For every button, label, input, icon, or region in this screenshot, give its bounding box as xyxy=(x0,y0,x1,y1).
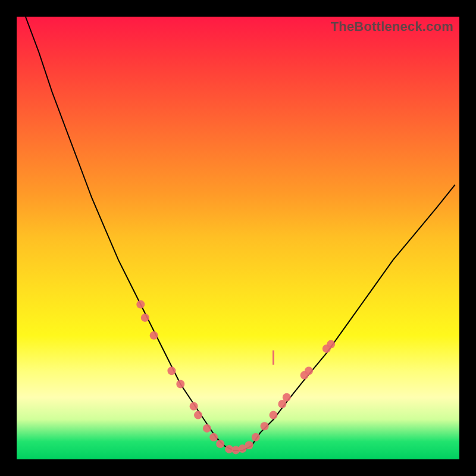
highlight-dot xyxy=(203,424,211,433)
highlight-dot xyxy=(283,393,291,402)
highlight-dot xyxy=(216,440,224,448)
marker-layer xyxy=(136,300,335,455)
highlight-dot xyxy=(209,433,218,441)
curve-layer xyxy=(26,17,455,450)
chart-overlay xyxy=(17,17,459,459)
highlight-dot xyxy=(190,402,198,411)
highlight-dot xyxy=(176,380,184,389)
highlight-dot xyxy=(252,433,260,441)
highlight-dot xyxy=(141,314,149,322)
highlight-dot xyxy=(270,411,278,419)
highlight-dot xyxy=(136,300,145,309)
highlight-dot xyxy=(327,340,335,349)
chart-frame: TheBottleneck.com xyxy=(0,0,476,476)
highlight-dot xyxy=(305,367,313,375)
bottleneck-curve xyxy=(26,17,455,450)
highlight-dot xyxy=(194,411,202,419)
highlight-dot xyxy=(245,441,253,449)
highlight-dot xyxy=(150,331,158,340)
plot-area: TheBottleneck.com xyxy=(17,17,459,459)
highlight-dot xyxy=(167,367,176,375)
highlight-dot xyxy=(261,422,269,430)
